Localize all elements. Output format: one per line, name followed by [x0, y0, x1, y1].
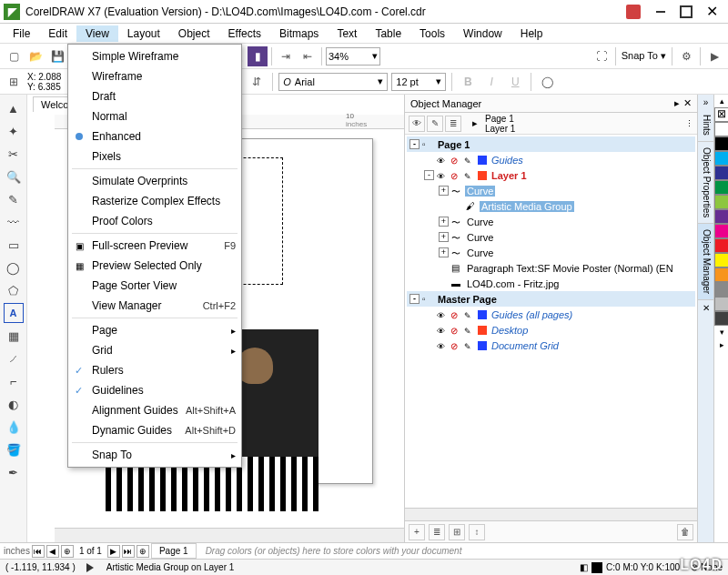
expander-icon[interactable]: +: [439, 217, 449, 227]
options-button[interactable]: ⚙: [676, 46, 696, 66]
add-page-after-button[interactable]: ⊕: [136, 545, 149, 558]
color-swatch[interactable]: [714, 282, 728, 297]
menu-bitmaps[interactable]: Bitmaps: [270, 25, 328, 42]
docker-h-scrollbar[interactable]: [405, 508, 697, 520]
layer-color-swatch[interactable]: [478, 156, 487, 165]
layer-color-swatch[interactable]: [478, 341, 487, 350]
eye-icon[interactable]: [437, 170, 448, 181]
prev-page-button[interactable]: ◀: [46, 545, 59, 558]
tree-layer[interactable]: -Layer 1: [407, 167, 695, 183]
connector-tool[interactable]: ⌐: [4, 371, 24, 391]
edit-icon[interactable]: [464, 340, 475, 351]
menu-edit[interactable]: Edit: [39, 25, 76, 42]
first-page-button[interactable]: ⏮: [32, 545, 45, 558]
tree-label[interactable]: Curve: [465, 247, 495, 258]
open-button[interactable]: 📂: [25, 46, 46, 66]
fullscreen-button[interactable]: ⛶: [592, 46, 612, 66]
menu-item-alignment-guides[interactable]: Alignment GuidesAlt+Shift+A: [68, 400, 241, 420]
menu-layout[interactable]: Layout: [118, 25, 169, 42]
tree-label[interactable]: Document Grid: [490, 340, 561, 351]
delete-button[interactable]: 🗑: [677, 524, 693, 540]
menu-item-rulers[interactable]: Rulers: [68, 360, 241, 380]
palette-more-icon[interactable]: ▸: [714, 338, 728, 351]
color-swatch[interactable]: [714, 224, 728, 238]
menu-text[interactable]: Text: [328, 25, 366, 42]
tree-obj[interactable]: +〜Curve: [407, 183, 695, 198]
color-swatch[interactable]: [714, 180, 728, 195]
layer-color-swatch[interactable]: [478, 310, 487, 319]
menu-item-grid[interactable]: Grid: [68, 340, 241, 360]
docker-close-icon[interactable]: ✕: [683, 97, 692, 109]
color-swatch[interactable]: [714, 297, 728, 311]
presets-button[interactable]: ⊞: [4, 72, 24, 92]
color-swatch[interactable]: [714, 238, 728, 253]
docker-menu-icon[interactable]: ▸: [674, 97, 680, 109]
eye-icon[interactable]: [437, 325, 448, 336]
next-page-button[interactable]: ▶: [107, 545, 120, 558]
snap-to-dropdown[interactable]: Snap To ▾: [620, 50, 668, 62]
dimension-tool[interactable]: ⟋: [4, 348, 24, 368]
tree-obj[interactable]: +〜Curve: [407, 245, 695, 260]
menu-item-pixels[interactable]: Pixels: [68, 146, 241, 166]
eye-icon[interactable]: [437, 340, 448, 351]
tree-label[interactable]: Curve: [465, 232, 495, 243]
tree-header[interactable]: -▫Page 1: [407, 136, 695, 152]
freehand-tool[interactable]: ✎: [4, 189, 24, 209]
print-icon[interactable]: [450, 170, 461, 181]
table-tool[interactable]: ▦: [4, 326, 24, 346]
menu-tools[interactable]: Tools: [410, 25, 454, 42]
tree-layer[interactable]: Desktop: [407, 322, 695, 338]
menu-file[interactable]: File: [4, 25, 39, 42]
tree-label[interactable]: Page 1: [436, 139, 471, 150]
expander-icon[interactable]: +: [439, 186, 449, 196]
eyedropper-tool[interactable]: 💧: [4, 417, 24, 437]
minimize-button[interactable]: [648, 3, 673, 21]
color-swatch[interactable]: [714, 122, 728, 136]
menu-item-dynamic-guides[interactable]: Dynamic GuidesAlt+Shift+D: [68, 420, 241, 440]
color-swatch[interactable]: [714, 267, 728, 282]
polygon-tool[interactable]: ⬠: [4, 280, 24, 300]
tree-layer[interactable]: Document Grid: [407, 338, 695, 353]
export-button[interactable]: ⇤: [298, 46, 318, 66]
expander-icon[interactable]: -: [424, 170, 434, 180]
docker-tab-close-icon[interactable]: ✕: [698, 300, 713, 315]
new-button[interactable]: ▢: [4, 46, 24, 66]
launch-button[interactable]: ▶: [704, 46, 724, 66]
import-button[interactable]: ⇥: [276, 46, 296, 66]
outline-tool[interactable]: ✒: [4, 462, 24, 482]
tree-obj[interactable]: +〜Curve: [407, 214, 695, 229]
eye-icon[interactable]: [437, 155, 448, 166]
edit-icon[interactable]: [464, 325, 475, 336]
fill-preview-icon[interactable]: ◧: [580, 562, 588, 572]
tree-layer[interactable]: Guides (all pages): [407, 307, 695, 322]
color-swatch[interactable]: [714, 151, 728, 166]
show-props-button[interactable]: 👁: [409, 116, 425, 132]
tree-obj[interactable]: ▬LO4D.com - Fritz.jpg: [407, 276, 695, 291]
print-icon[interactable]: [450, 155, 461, 166]
ellipse-tool[interactable]: ◯: [4, 257, 24, 277]
tree-label[interactable]: Guides (all pages): [490, 309, 574, 320]
tree-obj[interactable]: +〜Curve: [407, 229, 695, 245]
last-page-button[interactable]: ⏭: [122, 545, 135, 558]
menu-item-full-screen-preview[interactable]: ▣Full-screen PreviewF9: [68, 236, 241, 256]
menu-item-simulate-overprints[interactable]: Simulate Overprints: [68, 171, 241, 191]
italic-button[interactable]: I: [481, 72, 501, 92]
fill-swatch[interactable]: [592, 562, 602, 573]
color-swatch[interactable]: [714, 136, 728, 151]
eye-icon[interactable]: [437, 309, 448, 320]
print-icon[interactable]: [450, 309, 461, 320]
edit-layers-button[interactable]: ✎: [427, 116, 443, 132]
palette-up-icon[interactable]: ▴: [714, 95, 728, 107]
menu-effects[interactable]: Effects: [219, 25, 270, 42]
docker-tabs-expand-icon[interactable]: »: [698, 95, 713, 109]
layer-color-swatch[interactable]: [478, 171, 487, 180]
artistic-media-tool[interactable]: 〰: [4, 212, 24, 232]
pick-tool[interactable]: ▲: [4, 98, 24, 118]
color-swatch[interactable]: [714, 209, 728, 224]
menu-item-view-manager[interactable]: View ManagerCtrl+F2: [68, 296, 241, 316]
docker-options-icon[interactable]: ⋮: [685, 119, 693, 128]
page-tab[interactable]: Page 1: [151, 543, 197, 559]
connect-button[interactable]: ▮: [248, 46, 268, 66]
edit-icon[interactable]: [464, 170, 475, 181]
docker-tab-object-manager[interactable]: Object Manager: [698, 224, 713, 300]
